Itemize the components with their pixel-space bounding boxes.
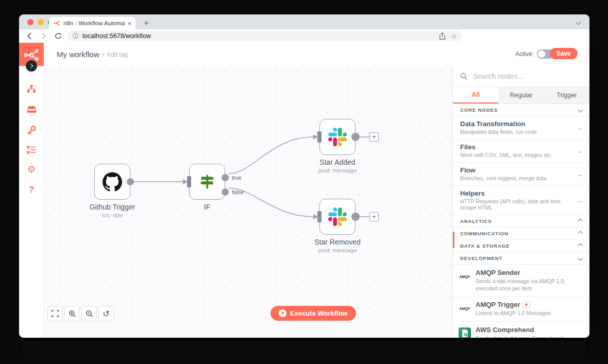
node-star-removed[interactable] [319,199,356,235]
output-port-false[interactable] [222,188,229,196]
item-subtitle: Sends a raw-message via AMQP 1.0, execut… [476,278,582,292]
execute-workflow-button[interactable]: Execute Workflow [271,306,356,321]
close-window-button[interactable] [27,19,33,25]
left-sidebar: ⚙ ? [19,66,44,338]
new-tab-button[interactable]: + [141,18,152,29]
templates-icon[interactable] [19,105,44,116]
item-title: AWS Comprehend [476,326,534,334]
search-nodes-input[interactable] [472,72,582,81]
node-label: Star Removed [296,238,379,246]
category-subtitle: Work with CSV, XML, text, images etc. [460,152,568,158]
node-item-amqp-sender[interactable]: AMQP AMQP Sender Sends a raw-message via… [453,265,589,297]
tab-overflow-chevron-icon[interactable] [576,20,581,25]
chevron-up-icon [578,219,583,224]
tab-regular[interactable]: Regular [498,87,544,103]
site-info-icon[interactable]: ⓘ [73,32,79,41]
node-subtitle: s/s: star [71,212,154,218]
aws-comprehend-icon [458,327,471,338]
category-subtitle: Branches, core triggers, merge data [460,175,568,181]
browser-window: n8n - Workflow Automation × + ⓘ localhos… [19,14,589,338]
category-title: Files [460,143,582,151]
chevron-up-icon [578,231,583,236]
reset-zoom-icon[interactable]: ↺ [98,306,114,321]
output-port[interactable] [127,178,134,185]
zoom-to-fit-button[interactable] [47,306,63,321]
category-files[interactable]: Files Work with CSV, XML, text, images e… [453,140,589,163]
minimize-window-button[interactable] [38,19,44,25]
github-icon [103,172,122,192]
node-github-trigger[interactable] [94,164,130,200]
item-subtitle: Sends data to Amazon Comprehend [476,335,582,338]
category-helpers[interactable]: Helpers HTTP Requests (API calls), date … [453,186,589,215]
section-label: COMMUNICATION [460,231,509,236]
canvas-controls: ↺ [47,306,114,321]
browser-tab[interactable]: n8n - Workflow Automation × [49,17,136,29]
slack-icon [328,207,347,226]
output-port-true[interactable] [222,174,229,181]
arrow-right-icon: → [576,147,583,155]
section-analytics[interactable]: ANALYTICS [453,215,589,228]
node-label: Star Added [296,158,379,166]
slack-icon [328,128,347,146]
node-label: Github Trigger [71,203,154,211]
node-label: IF [166,203,248,211]
panel-scroll-indicator [453,232,454,248]
node-item-amqp-trigger[interactable]: AMQP AMQP Trigger Listens to AMQP 1.0 Me… [453,297,589,321]
back-icon[interactable] [25,32,33,40]
section-label: DEVELOPMENT [460,255,502,261]
output-port[interactable] [351,213,360,221]
input-port[interactable] [317,211,322,222]
section-core-nodes[interactable]: CORE NODES [453,104,589,116]
node-star-added[interactable] [319,119,356,155]
zoom-in-button[interactable] [64,306,80,321]
close-tab-icon[interactable]: × [127,20,131,27]
panel-tabs: All Regular Trigger [453,87,589,104]
category-title: Helpers [460,189,582,197]
executions-list-icon[interactable] [19,146,44,156]
node-if[interactable]: true false [189,164,225,200]
settings-gear-icon[interactable]: ⚙ [19,165,44,174]
sidebar-expand-button[interactable] [26,60,37,72]
connection-lines [44,66,453,338]
credentials-key-icon[interactable] [19,126,44,137]
desktop-background: n8n - Workflow Automation × + ⓘ localhos… [0,0,608,364]
category-title: Flow [460,166,582,174]
if-signpost-icon [198,172,216,191]
item-title: AMQP Sender [476,269,520,276]
bookmark-star-icon[interactable]: ☆ [451,32,457,40]
node-subtitle: post: message [296,247,379,253]
category-flow[interactable]: Flow Branches, core triggers, merge data… [453,163,589,186]
reload-icon[interactable] [54,32,62,40]
add-connected-node-button[interactable]: + [369,212,379,221]
node-search-row [453,66,589,87]
help-icon[interactable]: ? [19,185,44,195]
arrow-right-icon: → [576,197,583,204]
workflow-canvas[interactable]: Github Trigger s/s: star true [44,66,452,338]
browser-toolbar: ⓘ localhost:5678/workflow ☆ [19,29,589,43]
workflow-title[interactable]: My workflow [57,50,99,59]
tab-title: n8n - Workflow Automation [63,20,125,26]
url-text[interactable]: localhost:5678/workflow [82,32,439,40]
section-communication[interactable]: COMMUNICATION [453,228,589,240]
tab-all[interactable]: All [453,87,498,103]
input-port[interactable] [187,176,191,187]
zoom-out-button[interactable] [81,306,97,321]
node-item-aws-comprehend[interactable]: AWS Comprehend Sends data to Amazon Comp… [453,322,589,338]
section-development[interactable]: DEVELOPMENT [453,252,589,265]
share-icon[interactable] [439,32,446,40]
section-data-storage[interactable]: DATA & STORAGE [453,240,589,252]
add-tag-button[interactable]: + Add tag [102,51,128,58]
url-bar[interactable]: ⓘ localhost:5678/workflow ☆ [67,31,462,41]
forward-icon[interactable] [40,32,48,40]
category-subtitle: Manipulate data fields, run code [460,129,568,135]
save-button[interactable]: Save [550,48,578,59]
category-data-transformation[interactable]: Data Transformation Manipulate data fiel… [453,116,589,140]
category-title: Data Transformation [460,120,582,128]
input-port[interactable] [317,131,322,143]
core-nodes-label: CORE NODES [460,107,498,113]
add-connected-node-button[interactable]: + [369,132,379,142]
output-port[interactable] [351,133,360,141]
workflows-icon[interactable] [19,84,44,96]
tab-trigger[interactable]: Trigger [544,87,589,103]
output-label-true: true [232,175,242,181]
